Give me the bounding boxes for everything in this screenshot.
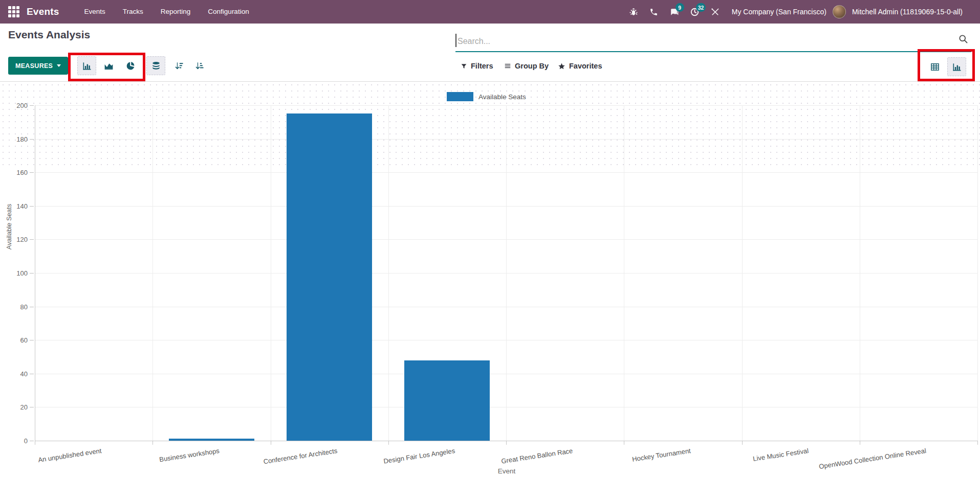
y-tick-label-0: 0 [24,437,28,445]
group-by-label: Group By [515,62,549,70]
x-label-7: OpenWood Collection Online Reveal [819,447,927,470]
y-tick-mark-20 [30,407,34,407]
legend-item[interactable]: Available Seats [447,92,526,101]
x-tick-mark-0 [35,441,35,445]
gridline-x-6 [742,105,743,441]
gridline-x-1 [153,105,153,441]
top-navbar: Events Events Tracks Reporting Configura… [0,0,980,24]
y-tick-label-140: 140 [16,202,28,210]
x-tick-mark-5 [624,441,624,445]
x-tick-mark-1 [153,441,153,445]
gridline-x-7 [860,105,860,441]
list-lines-icon [504,62,511,70]
x-label-2: Conference for Architects [263,447,338,465]
y-tick-label-40: 40 [20,370,28,377]
y-tick-mark-0 [30,441,34,441]
search-text-caret [455,34,456,47]
x-tick-mark-6 [742,441,743,445]
x-tick-mark-2 [271,441,271,445]
legend-swatch [447,92,473,101]
funnel-icon [461,63,467,70]
y-tick-mark-140 [30,206,34,207]
y-tick-mark-200 [30,105,34,106]
gridline-x-8 [977,105,978,441]
measures-label: MEASURES [15,62,53,70]
menu-item-reporting[interactable]: Reporting [152,0,200,24]
menu-item-configuration[interactable]: Configuration [199,0,257,24]
page-title: Events Analysis [8,29,90,41]
y-tick-label-200: 200 [16,102,28,109]
favorites-label: Favorites [569,62,602,70]
app-name[interactable]: Events [27,6,59,17]
main-menu: Events Tracks Reporting Configuration [76,0,258,24]
y-tick-mark-160 [30,172,34,173]
x-tick-mark-7 [860,441,860,445]
x-axis-labels: An unpublished eventBusiness workshopsCo… [0,447,980,478]
chat-messages-icon[interactable]: 9 [664,0,685,24]
y-tick-label-120: 120 [16,236,28,243]
menu-item-events[interactable]: Events [76,0,114,24]
y-axis-ticks: 020406080100120140160180200 [0,105,35,441]
group-by-button[interactable]: Group By [504,58,549,74]
bar-conference-for-architects[interactable] [287,113,372,441]
chat-badge: 9 [676,3,684,12]
y-tick-mark-80 [30,307,34,307]
legend-label: Available Seats [478,93,526,101]
gridline-x-4 [506,105,507,441]
line-chart-mode-button[interactable] [99,56,118,75]
y-tick-mark-100 [30,273,34,274]
x-label-6: Live Music Festival [752,447,809,463]
phone-icon[interactable] [644,0,664,24]
graph-view-button[interactable] [947,57,966,76]
y-tick-label-20: 20 [20,403,28,411]
measures-button[interactable]: MEASURES [8,57,68,75]
y-tick-label-180: 180 [16,135,28,143]
y-tick-mark-60 [30,340,34,340]
y-tick-mark-180 [30,139,34,140]
filters-button[interactable]: Filters [461,58,493,74]
y-tick-mark-40 [30,374,34,374]
pie-chart-mode-button[interactable] [121,56,140,75]
bar-chart-icon [952,62,962,72]
favorites-button[interactable]: Favorites [558,58,602,74]
y-tick-label-80: 80 [20,303,28,310]
y-tick-mark-120 [30,239,34,240]
plot-area [35,105,977,441]
search-input[interactable] [455,32,971,51]
x-label-0: An unpublished event [37,447,102,464]
avatar[interactable] [833,5,846,18]
x-tick-mark-8 [977,441,978,445]
pivot-view-button[interactable] [925,57,944,76]
activity-clock-icon[interactable]: 32 [685,0,705,24]
control-panel: Events Analysis MEASURES Filters Group B… [0,24,980,82]
gridline-x-5 [624,105,624,441]
bar-chart-mode-button[interactable] [77,56,96,75]
sort-ascending-button[interactable] [190,56,209,75]
crossed-tools-icon[interactable] [705,0,726,24]
gridline-x-2 [271,105,271,441]
stacked-toggle-button[interactable] [146,56,165,75]
y-tick-label-100: 100 [16,269,28,277]
user-menu[interactable]: Mitchell Admin (11819069-15-0-all) [846,0,969,24]
search-icon[interactable] [958,34,968,46]
activity-badge: 32 [696,3,706,12]
x-tick-mark-3 [388,441,389,445]
star-icon [558,62,565,70]
sort-descending-button[interactable] [169,56,188,75]
menu-item-tracks[interactable]: Tracks [114,0,152,24]
x-tick-mark-4 [506,441,507,445]
pivot-table-icon [930,62,940,72]
x-axis-ticks [35,441,977,447]
bug-icon[interactable] [623,0,644,24]
company-switcher[interactable]: My Company (San Francisco) [726,0,833,24]
x-label-4: Great Reno Ballon Race [501,447,574,465]
gridline-x-3 [388,105,389,441]
apps-grid-icon[interactable] [8,6,19,17]
x-label-5: Hockey Tournament [631,447,691,463]
bar-design-fair-los-angeles[interactable] [404,360,490,441]
x-label-3: Design Fair Los Angeles [383,447,456,465]
y-tick-label-160: 160 [16,169,28,176]
search-underline [455,51,971,52]
gridline-x-0 [35,105,35,441]
caret-down-icon [57,64,61,67]
